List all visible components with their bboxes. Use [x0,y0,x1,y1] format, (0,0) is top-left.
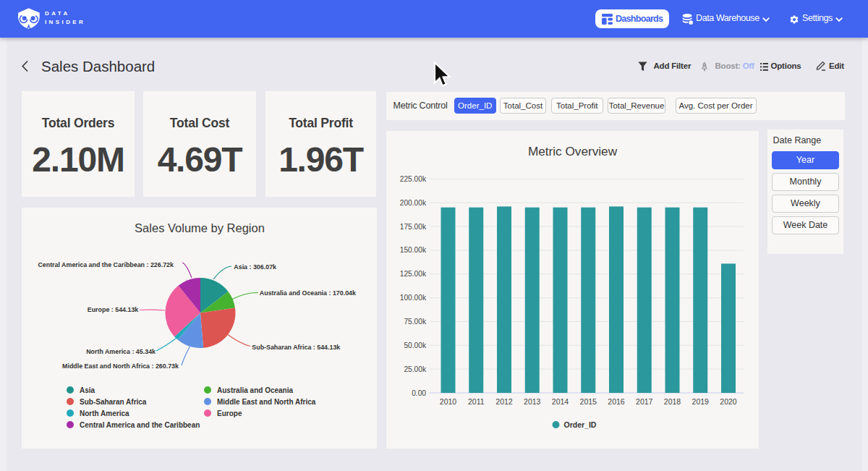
svg-text:100.00k: 100.00k [400,294,427,302]
svg-text:175.00k: 175.00k [400,223,427,231]
svg-text:2014: 2014 [552,397,569,406]
svg-text:Australia and Oceania : 170.04: Australia and Oceania : 170.04k [260,289,356,297]
svg-text:Europe: Europe [217,410,242,417]
svg-text:2017: 2017 [636,397,653,406]
svg-text:Central America and the Caribb: Central America and the Caribbean : 226.… [38,261,174,268]
svg-text:2019: 2019 [692,397,710,406]
svg-text:0.00: 0.00 [412,389,426,397]
svg-text:2011: 2011 [468,397,485,406]
svg-text:50.00k: 50.00k [404,341,426,349]
svg-text:Middle East and North Africa :: Middle East and North Africa : 260.73k [62,362,179,370]
svg-text:North America: North America [80,410,129,417]
svg-text:2020: 2020 [720,397,737,406]
svg-text:2010: 2010 [440,397,457,406]
svg-text:2012: 2012 [495,397,513,406]
svg-text:Europe : 544.13k: Europe : 544.13k [88,306,139,313]
svg-text:2018: 2018 [664,397,681,406]
svg-text:Sub-Saharan Africa: Sub-Saharan Africa [80,398,147,406]
svg-text:2015: 2015 [580,397,597,406]
svg-text:Metric Overview: Metric Overview [528,144,618,158]
svg-text:75.00k: 75.00k [404,318,426,326]
svg-text:Australia and Oceania: Australia and Oceania [217,386,293,394]
svg-text:Order_ID: Order_ID [564,420,597,429]
svg-text:Sub-Saharan Africa : 544.13k: Sub-Saharan Africa : 544.13k [252,344,340,351]
svg-text:225.00k: 225.00k [400,175,427,183]
svg-text:125.00k: 125.00k [400,270,427,278]
svg-text:2016: 2016 [608,397,625,406]
svg-text:Middle East and North Africa: Middle East and North Africa [217,398,316,406]
svg-text:25.00k: 25.00k [404,365,426,373]
svg-text:Central America and the Caribb: Central America and the Caribbean [80,421,200,429]
svg-text:2013: 2013 [524,397,541,406]
svg-text:Asia : 306.07k: Asia : 306.07k [234,263,276,271]
svg-text:200.00k: 200.00k [400,199,427,207]
svg-text:150.00k: 150.00k [400,246,427,254]
svg-text:Asia: Asia [80,386,95,394]
svg-text:Sales Volume by Region: Sales Volume by Region [135,221,265,234]
svg-text:North America : 45.34k: North America : 45.34k [86,348,156,355]
